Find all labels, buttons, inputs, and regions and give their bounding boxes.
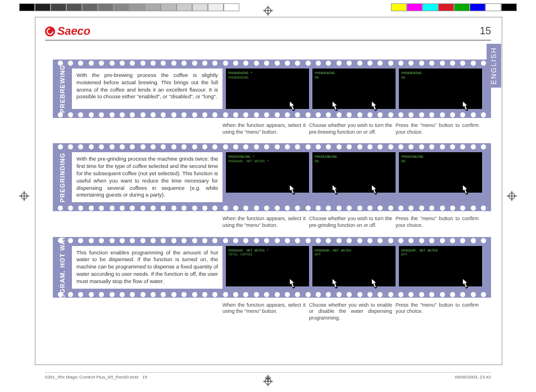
film-strip: PROGRAM. HOT WATERThis function enables … (53, 237, 491, 298)
section-label: PROGRAM. HOT WATER (56, 246, 69, 289)
language-tab-label: ENGLISH (490, 47, 498, 85)
film-strip: PREGRINDINGWith the pre-grinding process… (53, 143, 491, 211)
registration-mark-icon (19, 191, 29, 201)
lcd-screen: PROGRAM. HOT WATEROFF (399, 246, 482, 286)
hand-pointer-icon (460, 184, 470, 196)
hand-pointer-icon (369, 184, 379, 196)
footer-date: 08/09/2003, 23.42 (455, 375, 491, 380)
lcd-screen: PREGRINDINGON (399, 152, 482, 193)
hand-pointer-icon (460, 277, 470, 290)
section-description: This function enables programming of the… (72, 246, 222, 289)
lcd-screen: PROGRAM. HOT WATEROFF (312, 246, 396, 286)
hand-pointer-icon (460, 100, 470, 112)
brand-logo-text: Saeco (57, 25, 90, 38)
lcd-screen: PROGRAM. HOT WATER *TOTAL COFFEE (226, 246, 309, 286)
step-caption: Choose whether you wish to turn the pre-… (309, 216, 392, 229)
brand-logo: Saeco (45, 25, 90, 38)
lcd-screen: PREBREWING *PREBREWING (226, 69, 309, 109)
hand-pointer-icon (329, 100, 339, 112)
section-description: With the pre-grinding process the machin… (72, 152, 222, 202)
hand-pointer-icon (329, 277, 339, 290)
step-caption: Press the "menu" button to confirm your … (396, 122, 479, 135)
hand-pointer-icon (287, 100, 297, 112)
step-caption: Choose whether you wish to enable or dis… (309, 302, 392, 322)
brand-logo-icon (45, 26, 55, 37)
color-swatch-bar-left (19, 3, 239, 11)
hand-pointer-icon (287, 184, 297, 196)
film-strip: PREBREWINGWith the pre-brewing process t… (53, 60, 491, 118)
section-label: PREBREWING (56, 69, 69, 109)
hand-pointer-icon (369, 100, 379, 112)
page-number: 15 (480, 25, 491, 37)
registration-mark-icon (507, 191, 517, 201)
section-label: PREGRINDING (56, 152, 69, 202)
hand-pointer-icon (369, 277, 379, 290)
step-caption: When the function appears, select it usi… (222, 122, 306, 135)
lcd-screen: PREBREWINGON (312, 69, 396, 109)
step-caption: When the function appears, select it usi… (222, 302, 306, 322)
footer-file: 0361_95x Magic Comfort Plus_A5_Rev00.ind… (45, 375, 147, 380)
lcd-screen: PREGRINDING *PROGRAM. HOT WATER * (226, 152, 309, 193)
page-header: Saeco 15 (45, 25, 491, 40)
lcd-screen: PREBREWINGON (399, 69, 482, 109)
lcd-screen: PREGRINDINGON (312, 152, 396, 193)
section-description: With the pre-brewing process the coffee … (72, 69, 222, 109)
hand-pointer-icon (287, 277, 297, 290)
color-swatch-bar-right (391, 3, 517, 11)
step-caption: Press the "menu" button to confirm your … (396, 216, 479, 229)
footer-reg-icon (265, 375, 271, 382)
step-caption: When the function appears, select it usi… (222, 216, 306, 229)
step-caption: Press the "menu" button to confirm your … (396, 302, 479, 322)
footer: 0361_95x Magic Comfort Plus_A5_Rev00.ind… (45, 372, 491, 380)
step-caption: Choose whether you wish to turn the pre-… (309, 122, 392, 135)
hand-pointer-icon (329, 184, 339, 196)
main-content: PREBREWINGWith the pre-brewing process t… (53, 60, 491, 330)
registration-mark-icon (263, 6, 273, 16)
